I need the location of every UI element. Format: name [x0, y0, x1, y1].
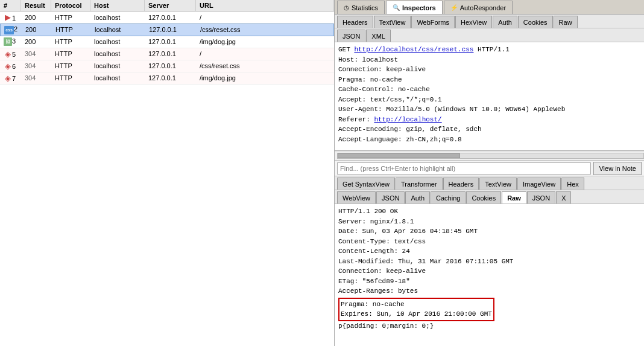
request-line-host: Host: localhost [338, 55, 640, 65]
referer-url-link[interactable]: http://localhost/ [374, 116, 441, 123]
table-body: ▶1 200 HTTP localhost 127.0.0.1 / css2 2… [0, 11, 334, 346]
tab-auth[interactable]: Auth [493, 16, 517, 28]
arrow-icon: ◈ [4, 74, 12, 82]
cell-host: localhost [90, 49, 145, 59]
find-bar: View in Note [335, 161, 644, 176]
tab-inspectors[interactable]: 🔍 Inspectors [386, 1, 443, 14]
img-icon: 🖼 [4, 37, 12, 46]
tab-headers-response[interactable]: Headers [443, 178, 479, 190]
cell-host: localhost [90, 13, 145, 22]
tab-json-response[interactable]: JSON [376, 191, 405, 203]
cell-host: localhost [91, 25, 145, 34]
cell-server: 127.0.0.1 [145, 25, 197, 34]
cell-url: / [196, 49, 334, 59]
tab-cookies-response[interactable]: Cookies [466, 191, 501, 203]
tab-hex-response[interactable]: Hex [561, 178, 584, 190]
col-header-num: # [0, 0, 21, 11]
cell-result: 200 [21, 37, 51, 46]
tab-transformer[interactable]: Transformer [396, 178, 443, 190]
cell-result: 304 [21, 49, 51, 59]
response-line-expires: Expires: Sun, 10 Apr 2016 21:00:00 GMT [341, 309, 492, 319]
table-row[interactable]: css2 200 HTTP localhost 127.0.0.1 /css/r… [0, 24, 334, 36]
cell-url: /css/reset.css [197, 25, 333, 34]
tab-get-syntaxview[interactable]: Get SyntaxView [337, 178, 395, 190]
cell-protocol: HTTP [51, 37, 90, 46]
response-line-pragma: Pragma: no-cache [341, 300, 492, 310]
table-row[interactable]: ▶1 200 HTTP localhost 127.0.0.1 / [0, 11, 334, 24]
cell-host: localhost [90, 37, 145, 46]
tab-statistics-label: Statistics [352, 4, 378, 11]
request-line-connection: Connection: keep-alive [338, 65, 640, 75]
cell-host: localhost [90, 73, 145, 83]
table-header: # Result Protocol Host Server URL [0, 0, 334, 11]
cell-protocol: HTTP [51, 49, 90, 59]
cell-num: ◈7 [0, 72, 21, 83]
scrollbar-track [337, 153, 644, 159]
cell-result: 304 [21, 73, 51, 83]
tab-raw-request[interactable]: Raw [554, 16, 578, 28]
table-row[interactable]: 🖼3 200 HTTP localhost 127.0.0.1 /img/dog… [0, 36, 334, 48]
tab-webforms[interactable]: WebForms [411, 16, 455, 28]
tab-autoresponder[interactable]: ⚡ AutoResponder [444, 1, 513, 14]
tab-inspectors-label: Inspectors [402, 4, 436, 11]
cell-result: 304 [21, 61, 51, 71]
find-input[interactable] [337, 162, 591, 175]
tab-auth-response[interactable]: Auth [405, 191, 430, 203]
request-sub-tab-bar: Headers TextView WebForms HexView Auth C… [335, 14, 644, 28]
view-in-notepad-button[interactable]: View in Note [593, 162, 642, 175]
tab-x-response[interactable]: X [556, 191, 571, 203]
cell-url: /css/reset.css [196, 61, 334, 71]
request-line-get: GET http://localhost/css/reset.css HTTP/… [338, 45, 640, 55]
cell-url: / [196, 13, 334, 22]
cell-num: 🖼3 [0, 36, 21, 48]
tab-caching[interactable]: Caching [431, 191, 466, 203]
response-line-connection: Connection: keep-alive [338, 266, 640, 277]
tab-textview-response[interactable]: TextView [479, 178, 517, 190]
response-tab-bar2: WebView JSON Auth Caching Cookies Raw JS… [335, 190, 644, 204]
cell-protocol: HTTP [52, 25, 91, 34]
response-highlight-block: Pragma: no-cache Expires: Sun, 10 Apr 20… [338, 298, 494, 321]
col-header-protocol: Protocol [51, 0, 90, 11]
tab-textview[interactable]: TextView [374, 16, 411, 28]
autoresponder-icon: ⚡ [450, 4, 458, 11]
col-header-server: Server [145, 0, 196, 11]
cell-server: 127.0.0.1 [145, 37, 196, 46]
css-icon: css [4, 26, 14, 34]
response-line-content-type: Content-Type: text/css [338, 237, 640, 247]
cell-host: localhost [90, 61, 145, 71]
tab-statistics[interactable]: ◷ Statistics [337, 1, 385, 14]
cell-url: /img/dog.jpg [196, 73, 334, 83]
col-header-host: Host [90, 0, 145, 11]
cell-num: css2 [1, 24, 22, 36]
horizontal-scrollbar[interactable] [335, 151, 644, 161]
tab-json-response2[interactable]: JSON [527, 191, 555, 203]
request-line-useragent: User-Agent: Mozilla/5.0 (Windows NT 10.0… [338, 104, 640, 115]
response-line-server: Server: nginx/1.8.1 [338, 217, 640, 227]
table-row[interactable]: ◈5 304 HTTP localhost 127.0.0.1 / [0, 48, 334, 60]
response-line-last-modified: Last-Modified: Thu, 31 Mar 2016 07:11:05… [338, 257, 640, 267]
table-row[interactable]: ◈7 304 HTTP localhost 127.0.0.1 /img/dog… [0, 72, 334, 85]
response-content: HTTP/1.1 200 OK Server: nginx/1.8.1 Date… [335, 204, 644, 346]
cell-num: ▶1 [0, 12, 21, 23]
tab-webview[interactable]: WebView [337, 191, 376, 203]
arrow-icon: ◈ [4, 50, 12, 58]
response-line-accept-ranges: Accept-Ranges: bytes [338, 286, 640, 296]
tab-xml[interactable]: XML [366, 30, 391, 42]
tab-headers[interactable]: Headers [337, 16, 373, 28]
cell-result: 200 [21, 13, 51, 22]
tab-hexview[interactable]: HexView [455, 16, 492, 28]
inspectors-icon: 🔍 [393, 4, 400, 11]
request-line-accept: Accept: text/css,*/*;q=0.1 [338, 95, 640, 105]
request-line-accept-language: Accept-Language: zh-CN,zh;q=0.8 [338, 135, 640, 145]
num-icon: ▶ [4, 13, 12, 22]
cell-num: ◈6 [0, 60, 21, 71]
tab-imageview[interactable]: ImageView [517, 178, 561, 190]
request-url-link[interactable]: http://localhost/css/reset.css [354, 46, 473, 53]
inspectors-panel: ◷ Statistics 🔍 Inspectors ⚡ AutoResponde… [335, 0, 644, 346]
table-row[interactable]: ◈6 304 HTTP localhost 127.0.0.1 /css/res… [0, 60, 334, 72]
cell-protocol: HTTP [51, 13, 90, 22]
tab-cookies[interactable]: Cookies [518, 16, 553, 28]
tab-json-request[interactable]: JSON [337, 30, 365, 42]
cell-protocol: HTTP [51, 73, 90, 83]
tab-raw-response[interactable]: Raw [502, 191, 526, 203]
